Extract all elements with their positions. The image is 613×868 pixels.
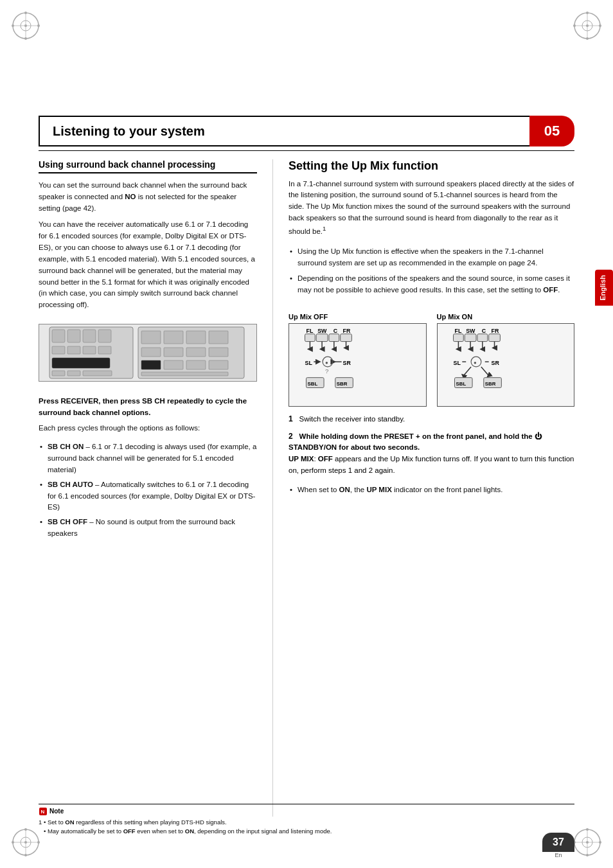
svg-point-14 [586,12,589,14]
step-2-number: 2 [289,432,297,441]
svg-line-105 [481,367,488,376]
svg-point-6 [24,37,27,40]
svg-rect-48 [83,371,112,376]
footer-note-text: 1 • Set to ON regardless of this setting… [39,818,574,837]
svg-text:SW: SW [317,328,327,334]
upmix-off-label: Up Mix OFF [289,313,427,321]
note-label: Note [49,808,64,815]
upmix-off-diagram: Up Mix OFF FL SW C FR [289,313,427,407]
svg-rect-45 [52,358,110,368]
svg-text:C: C [481,328,486,334]
svg-text:FR: FR [491,328,499,334]
footer-note-1: 1 • Set to ON regardless of this setting… [39,818,574,827]
step-2-text: UP MIX: OFF appears and the Up Mix funct… [289,455,574,474]
svg-rect-55 [164,348,183,357]
column-divider [272,159,273,817]
svg-rect-59 [164,360,183,369]
page-number-box: 37 En [542,833,574,858]
svg-rect-38 [67,330,80,342]
svg-rect-52 [186,331,206,344]
step-2-bold: While holding down the PRESET + on the f… [289,432,542,452]
svg-point-32 [586,828,589,831]
receiver-image [39,324,257,382]
step-2: 2 While holding down the PRESET + on the… [289,430,574,477]
step-1-number: 1 [289,414,297,423]
option-sb-ch-on: SB CH ON – 6.1 or 7.1 decoding is always… [39,441,257,475]
svg-point-7 [12,24,14,27]
upmix-off-image: FL SW C FR [289,323,427,407]
page-number: 37 [542,833,574,852]
corner-decoration-tl [6,6,45,45]
svg-text:SBL: SBL [307,380,317,386]
footer-note-2: • May automatically be set to OFF even w… [39,827,574,836]
svg-point-17 [599,24,601,27]
option-sb-ch-auto: SB CH AUTO – Automatically switches to 6… [39,479,257,513]
svg-rect-60 [186,360,206,369]
header-bar: Listening to your system 05 [39,116,574,146]
language-tab: English [595,270,613,306]
svg-rect-56 [186,348,206,357]
svg-rect-54 [141,348,161,357]
svg-text:FL: FL [306,328,313,334]
note-icon: N [39,807,48,816]
svg-text:?: ? [325,368,329,375]
svg-rect-69 [329,333,339,341]
right-intro: In a 7.1-channel surround system with su… [289,179,574,243]
svg-rect-40 [98,330,111,342]
svg-text:●: ● [325,360,328,366]
right-column: Setting the Up Mix function In a 7.1-cha… [289,159,574,817]
step-2-bullet-final: When set to ON, the UP MIX indicator on … [289,484,574,496]
svg-point-24 [24,854,27,856]
svg-rect-50 [141,331,161,344]
svg-point-31 [586,841,589,844]
svg-rect-39 [83,330,96,342]
upmix-on-diagram: Up Mix ON FL SW C FR [437,313,575,407]
svg-text:FL: FL [454,328,461,334]
svg-rect-44 [98,346,111,354]
left-body-text: You can set the surround back channel wh… [39,180,257,316]
svg-point-4 [24,24,27,27]
svg-rect-41 [52,346,65,354]
header-divider [39,150,574,151]
svg-rect-91 [465,333,476,341]
right-bullets: Using the Up Mix function is effective w… [289,246,574,299]
corner-decoration-tr [568,6,607,45]
options-list: SB CH ON – 6.1 or 7.1 decoding is always… [39,441,257,543]
header-title: Listening to your system [39,116,529,146]
svg-rect-93 [488,333,500,341]
chapter-number: 05 [529,116,574,146]
svg-rect-67 [305,333,315,341]
svg-rect-61 [209,360,228,369]
svg-point-26 [37,841,40,844]
step-1-text: Switch the receiver into standby. [299,415,405,423]
svg-text:●: ● [474,360,477,366]
svg-text:SBR: SBR [484,380,495,386]
svg-rect-57 [209,348,228,357]
right-intro-para: In a 7.1-channel surround system with su… [289,179,574,238]
svg-point-16 [573,24,576,27]
left-para1: You can set the surround back channel wh… [39,180,257,214]
page-lang: En [555,852,562,858]
svg-rect-53 [209,331,228,344]
svg-text:C: C [333,328,338,334]
svg-point-33 [586,854,589,856]
svg-line-104 [463,367,471,376]
svg-point-25 [12,841,14,844]
footer-note: N Note 1 • Set to ON regardless of this … [39,804,574,837]
svg-text:SL: SL [453,360,461,366]
svg-rect-42 [67,346,80,354]
main-content: Using surround back channel processing Y… [39,159,574,817]
svg-point-15 [586,37,589,40]
left-section-title: Using surround back channel processing [39,159,257,173]
svg-rect-90 [453,333,463,341]
press-followup: Each press cycles through the options as… [39,423,257,434]
svg-point-35 [599,841,601,844]
svg-text:SBL: SBL [456,380,466,386]
option-sb-ch-off: SB CH OFF – No sound is output from the … [39,517,257,540]
left-column: Using surround back channel processing Y… [39,159,257,817]
svg-rect-58 [141,360,161,369]
svg-text:SR: SR [491,360,499,366]
svg-point-22 [24,841,27,844]
svg-text:N: N [41,809,45,815]
upmix-on-label: Up Mix ON [437,313,575,321]
